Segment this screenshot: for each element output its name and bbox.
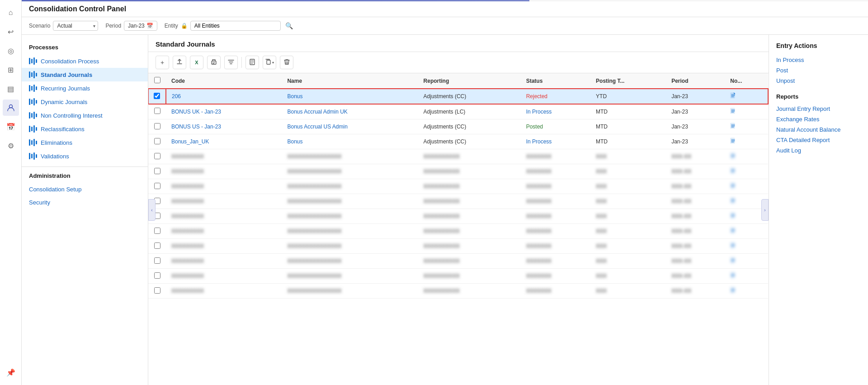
row-name[interactable]: Bonus Accrual Admin UK [282,104,418,119]
sidebar-item-nci[interactable]: Non Controlling Interest [22,109,148,122]
name-link[interactable]: Bonus Accrual US Admin [287,124,347,130]
row-checkbox[interactable] [154,242,160,249]
row-name[interactable]: Bonus [282,134,418,149]
row-doc-icon-cell[interactable] [725,119,768,134]
settings-icon[interactable]: ⚙ [3,138,19,154]
row-name[interactable]: Bonus Accrual US Admin [282,119,418,134]
print-button[interactable] [207,56,221,69]
entity-search-button[interactable]: 🔍 [283,21,295,30]
row-doc-icon-cell[interactable] [725,284,768,299]
row-name[interactable]: Bonus [282,89,418,104]
filter-button[interactable] [224,56,238,69]
upload-button[interactable] [173,56,186,69]
table-row[interactable]: XXXXXXXXX XXXXXXXXXXXXXXX XXXXXXXXXX XXX… [148,224,768,239]
table-row[interactable]: XXXXXXXXX XXXXXXXXXXXXXXX XXXXXXXXXX XXX… [148,164,768,179]
row-checkbox[interactable] [154,123,160,129]
calendar-icon[interactable]: 📅 [3,119,19,135]
row-checkbox[interactable] [154,272,160,279]
doc-button[interactable] [245,56,259,69]
table-row[interactable]: BONUS UK - Jan-23 Bonus Accrual Admin UK… [148,104,768,119]
row-doc-icon[interactable] [730,199,736,205]
row-doc-icon[interactable] [730,184,736,190]
row-doc-icon-cell[interactable] [725,269,768,284]
row-checkbox[interactable] [154,168,160,174]
select-all-checkbox[interactable] [154,77,160,83]
row-doc-icon-cell[interactable] [725,89,768,104]
action-in-process[interactable]: In Process [776,55,861,65]
row-doc-icon[interactable] [730,273,736,280]
row-code[interactable]: 206 [166,89,282,104]
table-row[interactable]: XXXXXXXXX XXXXXXXXXXXXXXX XXXXXXXXXX XXX… [148,284,768,299]
row-doc-icon[interactable] [730,169,736,176]
delete-button[interactable] [280,56,293,69]
row-doc-icon[interactable] [730,243,736,250]
pin-icon[interactable]: 📌 [3,364,19,380]
sidebar-collapse-button[interactable]: ‹ [148,199,156,221]
right-panel-collapse-button[interactable]: › [761,199,769,221]
row-checkbox[interactable] [154,183,160,189]
action-unpost[interactable]: Unpost [776,76,861,86]
row-doc-icon-cell[interactable] [725,164,768,179]
report-journal-entry[interactable]: Journal Entry Report [776,104,861,114]
home-icon[interactable]: ⌂ [3,5,19,21]
person-icon[interactable] [3,100,19,116]
table-row[interactable]: Bonus_Jan_UK Bonus Adjustments (CC) In P… [148,134,768,149]
code-link[interactable]: BONUS UK - Jan-23 [171,109,221,115]
entity-input[interactable] [190,21,281,31]
row-doc-icon[interactable] [730,124,736,131]
code-link[interactable]: BONUS US - Jan-23 [171,124,221,130]
row-code[interactable]: BONUS US - Jan-23 [166,119,282,134]
table-row[interactable]: XXXXXXXXX XXXXXXXXXXXXXXX XXXXXXXXXX XXX… [148,149,768,164]
sidebar-item-consolidation-process[interactable]: Consolidation Process [22,54,148,68]
row-doc-icon[interactable] [730,214,736,220]
name-link[interactable]: Bonus [287,138,302,145]
sidebar-item-validations[interactable]: Validations [22,149,148,163]
row-checkbox[interactable] [154,138,160,144]
table-row[interactable]: XXXXXXXXX XXXXXXXXXXXXXXX XXXXXXXXXX XXX… [148,209,768,224]
chart-icon[interactable]: ▤ [3,81,19,97]
row-doc-icon[interactable] [730,109,736,116]
table-row[interactable]: XXXXXXXXX XXXXXXXXXXXXXXX XXXXXXXXXX XXX… [148,194,768,209]
row-doc-icon[interactable] [730,154,736,161]
copy-button[interactable]: ▾ [263,56,276,69]
sidebar-item-recurring-journals[interactable]: Recurring Journals [22,81,148,95]
row-doc-icon[interactable] [730,258,736,265]
report-exchange-rates[interactable]: Exchange Rates [776,114,861,124]
back-icon[interactable]: ↩ [3,24,19,40]
sidebar-item-dynamic-journals[interactable]: Dynamic Journals [22,95,148,109]
table-row[interactable]: XXXXXXXXX XXXXXXXXXXXXXXX XXXXXXXXXX XXX… [148,179,768,194]
scenario-select[interactable]: Actual [53,21,98,31]
row-doc-icon-cell[interactable] [725,149,768,164]
row-checkbox[interactable] [154,108,160,114]
table-row[interactable]: XXXXXXXXX XXXXXXXXXXXXXXX XXXXXXXXXX XXX… [148,239,768,254]
table-row[interactable]: XXXXXXXXX XXXXXXXXXXXXXXX XXXXXXXXXX XXX… [148,254,768,269]
report-natural-account-balance[interactable]: Natural Account Balance [776,124,861,135]
row-checkbox[interactable] [154,93,160,99]
table-row[interactable]: 206 Bonus Adjustments (CC) Rejected YTD … [148,89,768,104]
row-doc-icon-cell[interactable] [725,254,768,269]
sidebar-item-consolidation-setup[interactable]: Consolidation Setup [22,183,148,196]
row-doc-icon[interactable] [730,94,736,100]
report-cta-detailed[interactable]: CTA Detailed Report [776,135,861,145]
name-link[interactable]: Bonus Accrual Admin UK [287,109,347,115]
sidebar-item-reclassifications[interactable]: Reclassifications [22,122,148,136]
row-doc-icon-cell[interactable] [725,239,768,254]
row-doc-icon-cell[interactable] [725,224,768,239]
row-doc-icon[interactable] [730,288,736,295]
row-doc-icon[interactable] [730,228,736,235]
period-input[interactable]: Jan-23 📅 [124,21,157,31]
table-row[interactable]: XXXXXXXXX XXXXXXXXXXXXXXX XXXXXXXXXX XXX… [148,269,768,284]
sidebar-item-standard-journals[interactable]: Standard Journals [22,68,148,81]
target-icon[interactable]: ◎ [3,43,19,59]
row-checkbox[interactable] [154,153,160,159]
row-checkbox[interactable] [154,257,160,264]
report-audit-log[interactable]: Audit Log [776,145,861,156]
table-row[interactable]: BONUS US - Jan-23 Bonus Accrual US Admin… [148,119,768,134]
grid-icon[interactable]: ⊞ [3,62,19,78]
sidebar-item-eliminations[interactable]: Eliminations [22,136,148,149]
row-doc-icon[interactable] [730,139,736,146]
action-post[interactable]: Post [776,65,861,76]
sidebar-item-security[interactable]: Security [22,196,148,209]
row-doc-icon-cell[interactable] [725,104,768,119]
code-link[interactable]: 206 [172,93,181,100]
